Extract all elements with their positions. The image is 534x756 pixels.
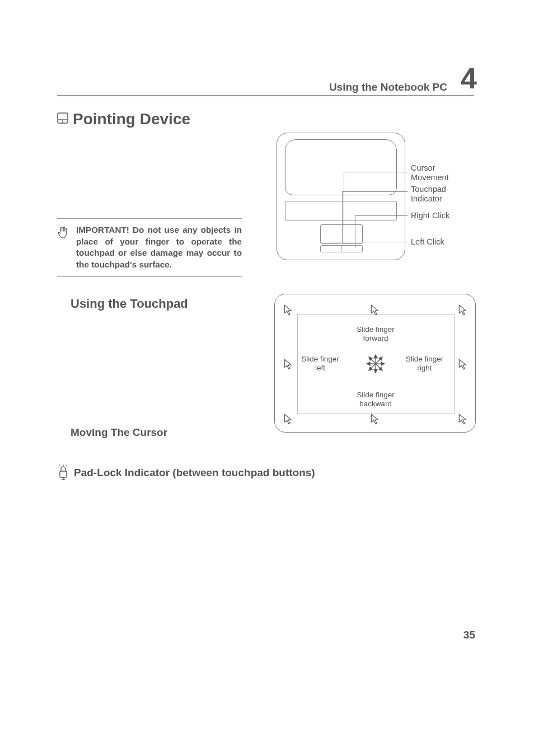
moving-cursor-heading: Moving The Cursor (71, 426, 167, 439)
callout-line (342, 191, 343, 242)
label-slide-forward: Slide finger forward (348, 325, 404, 343)
page: Using the Notebook PC 4 Pointing Device … (0, 0, 534, 756)
important-note-text: IMPORTANT! Do not use any objects in pla… (76, 224, 242, 271)
laptop-touchpad (320, 224, 363, 244)
padlock-icon (57, 464, 69, 483)
laptop-screen (285, 139, 397, 195)
compass-arrows-icon (364, 353, 387, 375)
section-heading-row: Pointing Device (57, 110, 190, 128)
callout-line (330, 242, 407, 242)
touchpad-directions-diagram: Slide finger forward Slide finger left S… (274, 294, 476, 433)
callout-line (355, 215, 407, 216)
laptop-keyboard (285, 201, 397, 220)
padlock-heading: Pad-Lock Indicator (between touchpad but… (74, 464, 315, 479)
cursor-icon (452, 408, 475, 430)
label-slide-left: Slide finger left (301, 355, 340, 373)
page-number: 35 (463, 629, 475, 641)
label-slide-right: Slide finger right (401, 355, 448, 373)
laptop-touchpad-divider (341, 245, 341, 252)
svg-marker-14 (374, 369, 377, 373)
svg-line-3 (59, 464, 60, 466)
header-title: Using the Notebook PC (329, 81, 447, 93)
svg-line-5 (66, 464, 67, 466)
callout-cursor-movement: Cursor Movement (411, 163, 456, 183)
hand-icon (57, 224, 71, 271)
important-note-box: IMPORTANT! Do not use any objects in pla… (57, 218, 242, 277)
padlock-heading-row: Pad-Lock Indicator (between touchpad but… (57, 464, 315, 483)
svg-marker-16 (381, 362, 385, 365)
callout-line (342, 191, 407, 192)
svg-marker-13 (374, 355, 377, 358)
callout-touchpad-indicator: Touchpad Indicator (411, 185, 456, 204)
pointing-device-heading: Pointing Device (73, 110, 190, 128)
callout-left-click: Left Click (411, 237, 444, 247)
callout-line (355, 215, 355, 248)
callout-line (330, 242, 330, 248)
cursor-icon (452, 299, 475, 321)
cursor-icon (278, 299, 300, 321)
laptop-touchpad-buttons (320, 245, 363, 252)
cursor-icon (278, 408, 300, 430)
callout-line (344, 172, 344, 227)
chapter-number: 4 (461, 62, 477, 95)
cursor-icon (452, 353, 475, 375)
cursor-icon (278, 353, 300, 375)
laptop-diagram: Cursor Movement Touchpad Indicator Right… (277, 133, 472, 260)
touchpad-icon (57, 112, 68, 126)
cursor-icon (364, 408, 387, 430)
using-touchpad-heading: Using the Touchpad (71, 297, 188, 311)
callout-line (344, 172, 407, 172)
svg-rect-6 (60, 471, 67, 477)
header-rule (57, 95, 474, 96)
label-slide-backward: Slide finger backward (348, 391, 404, 408)
svg-marker-15 (367, 362, 370, 365)
callout-right-click: Right Click (411, 211, 449, 220)
cursor-icon (364, 299, 387, 321)
